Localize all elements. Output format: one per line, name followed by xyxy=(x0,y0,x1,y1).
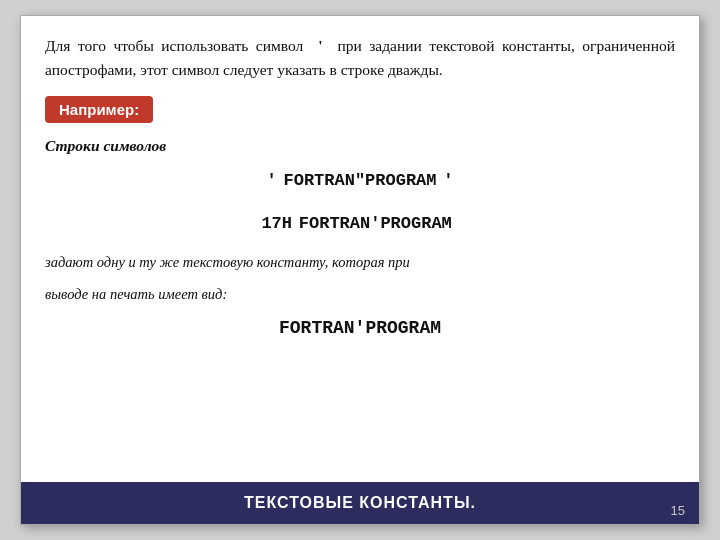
section-title: Строки символов xyxy=(45,137,675,155)
example-badge: Например: xyxy=(45,96,153,123)
slide: Для того чтобы использовать символ ' при… xyxy=(20,15,700,525)
code-line2: 17H FORTRAN'PROGRAM xyxy=(45,210,675,239)
slide-content: Для того чтобы использовать символ ' при… xyxy=(21,16,699,482)
footer-title: ТЕКСТОВЫЕ КОНСТАНТЫ. xyxy=(244,494,476,512)
italic-line1: задают одну и ту же текстовую константу,… xyxy=(45,251,675,273)
intro-text: Для того чтобы использовать символ ' при… xyxy=(45,34,675,82)
slide-footer: ТЕКСТОВЫЕ КОНСТАНТЫ. 15 xyxy=(21,482,699,524)
final-code: FORTRAN'PROGRAM xyxy=(45,318,675,338)
page-number: 15 xyxy=(671,503,685,518)
code-line1: ' FORTRAN"PROGRAM ' xyxy=(45,167,675,196)
italic-line2: выводе на печать имеет вид: xyxy=(45,283,675,305)
